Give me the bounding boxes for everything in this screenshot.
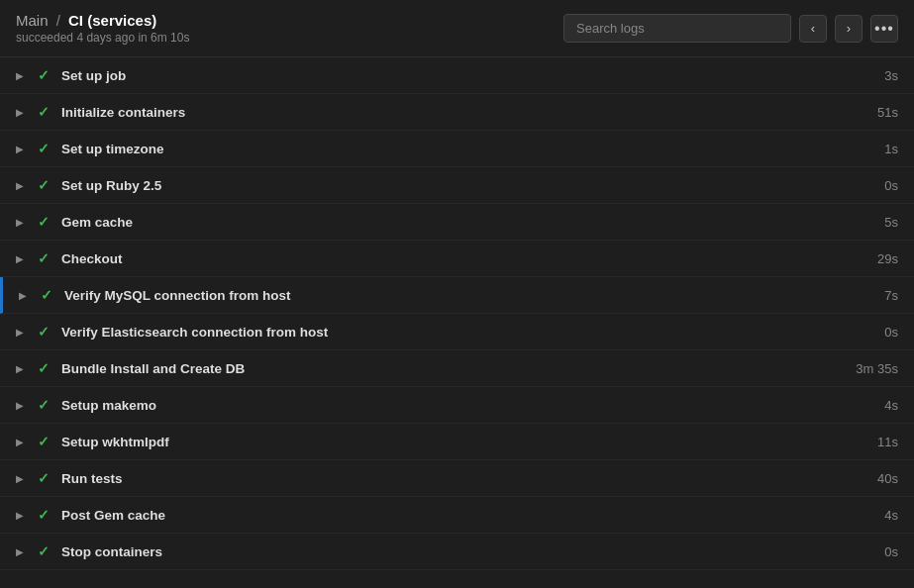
job-name: Checkout (61, 251, 877, 266)
job-list: ▶ ✓ Set up job 3s ▶ ✓ Initialize contain… (0, 57, 914, 578)
breadcrumb-main[interactable]: Main (16, 12, 49, 29)
expand-icon[interactable]: ▶ (19, 290, 31, 301)
status-icon: ✓ (38, 543, 50, 559)
job-duration: 51s (877, 105, 898, 120)
table-row[interactable]: ▶ ✓ Complete job 0s (0, 570, 914, 578)
expand-icon[interactable]: ▶ (16, 217, 28, 228)
table-row[interactable]: ▶ ✓ Setup wkhtmlpdf 11s (0, 424, 914, 460)
table-row[interactable]: ▶ ✓ Verify Elasticsearch connection from… (0, 314, 914, 350)
job-name: Set up Ruby 2.5 (61, 178, 884, 193)
expand-icon[interactable]: ▶ (16, 327, 28, 338)
expand-icon[interactable]: ▶ (16, 363, 28, 374)
job-duration: 40s (877, 471, 898, 486)
job-name: Initialize containers (61, 105, 877, 120)
subtitle: succeeded 4 days ago in 6m 10s (16, 31, 189, 45)
job-duration: 0s (884, 325, 898, 340)
job-duration: 4s (884, 508, 898, 523)
search-input[interactable] (563, 14, 791, 43)
expand-icon[interactable]: ▶ (16, 180, 28, 191)
breadcrumb-sep: / (56, 12, 60, 29)
job-name: Set up job (61, 68, 884, 83)
job-duration: 7s (884, 288, 898, 303)
expand-icon[interactable]: ▶ (16, 510, 28, 521)
job-duration: 0s (884, 544, 898, 559)
breadcrumb-current: CI (services) (68, 12, 156, 29)
status-icon: ✓ (38, 214, 50, 230)
nav-next-button[interactable]: › (835, 15, 863, 43)
status-icon: ✓ (41, 287, 52, 303)
job-name: Set up timezone (61, 142, 884, 156)
status-icon: ✓ (38, 104, 50, 120)
table-row[interactable]: ▶ ✓ Set up job 3s (0, 57, 914, 94)
job-name: Bundle Install and Create DB (61, 361, 856, 376)
job-name: Verify MySQL connection from host (64, 288, 884, 303)
status-icon: ✓ (38, 360, 50, 376)
expand-icon[interactable]: ▶ (16, 546, 28, 557)
table-row[interactable]: ▶ ✓ Run tests 40s (0, 460, 914, 497)
expand-icon[interactable]: ▶ (16, 144, 28, 154)
table-row[interactable]: ▶ ✓ Setup makemo 4s (0, 387, 914, 424)
status-icon: ✓ (38, 67, 50, 83)
expand-icon[interactable]: ▶ (16, 253, 28, 264)
job-name: Run tests (61, 471, 877, 486)
header-right: ‹ › ••• (563, 14, 898, 43)
job-duration: 29s (877, 251, 898, 266)
nav-prev-button[interactable]: ‹ (799, 15, 827, 43)
table-row[interactable]: ▶ ✓ Initialize containers 51s (0, 94, 914, 131)
expand-icon[interactable]: ▶ (16, 107, 28, 118)
status-icon: ✓ (38, 250, 50, 266)
table-row[interactable]: ▶ ✓ Set up Ruby 2.5 0s (0, 167, 914, 204)
status-icon: ✓ (38, 141, 50, 156)
job-name: Setup wkhtmlpdf (61, 435, 877, 449)
status-icon: ✓ (38, 434, 50, 449)
job-duration: 3s (884, 68, 898, 83)
job-name: Stop containers (61, 544, 884, 559)
job-duration: 1s (884, 142, 898, 156)
expand-icon[interactable]: ▶ (16, 437, 28, 447)
job-duration: 11s (877, 435, 898, 449)
job-duration: 5s (884, 215, 898, 230)
job-name: Setup makemo (61, 398, 884, 413)
expand-icon[interactable]: ▶ (16, 473, 28, 484)
header: Main / CI (services) succeeded 4 days ag… (0, 0, 914, 57)
table-row[interactable]: ▶ ✓ Gem cache 5s (0, 204, 914, 241)
expand-icon[interactable]: ▶ (16, 70, 28, 81)
status-icon: ✓ (38, 507, 50, 523)
table-row[interactable]: ▶ ✓ Bundle Install and Create DB 3m 35s (0, 350, 914, 387)
table-row[interactable]: ▶ ✓ Verify MySQL connection from host 7s (0, 277, 914, 314)
table-row[interactable]: ▶ ✓ Set up timezone 1s (0, 131, 914, 167)
job-duration: 3m 35s (856, 361, 898, 376)
status-icon: ✓ (38, 470, 50, 486)
job-name: Post Gem cache (61, 508, 884, 523)
table-row[interactable]: ▶ ✓ Post Gem cache 4s (0, 497, 914, 534)
more-options-button[interactable]: ••• (870, 15, 898, 43)
job-name: Gem cache (61, 215, 884, 230)
job-duration: 4s (884, 398, 898, 413)
job-name: Verify Elasticsearch connection from hos… (61, 325, 884, 340)
status-icon: ✓ (38, 324, 50, 340)
table-row[interactable]: ▶ ✓ Stop containers 0s (0, 534, 914, 570)
status-icon: ✓ (38, 397, 50, 413)
breadcrumb: Main / CI (services) (16, 12, 189, 29)
job-duration: 0s (884, 178, 898, 193)
status-icon: ✓ (38, 177, 50, 193)
header-left: Main / CI (services) succeeded 4 days ag… (16, 12, 189, 45)
expand-icon[interactable]: ▶ (16, 400, 28, 411)
table-row[interactable]: ▶ ✓ Checkout 29s (0, 241, 914, 277)
